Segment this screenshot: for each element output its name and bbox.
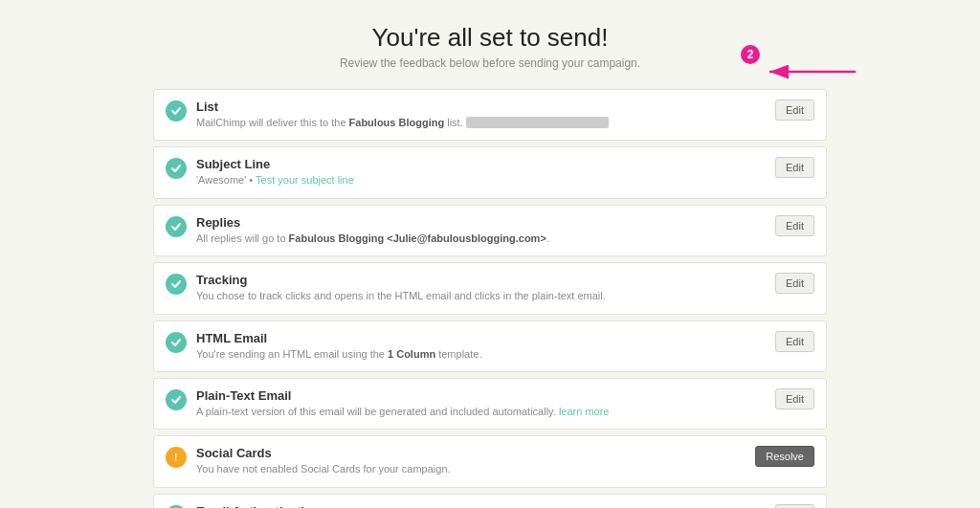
social-resolve-button[interactable]: Resolve xyxy=(755,446,814,467)
check-icon-tracking xyxy=(166,274,187,295)
replies-content: Replies All replies will go to Fabulous … xyxy=(196,215,764,246)
plaintext-title: Plain-Text Email xyxy=(196,388,764,403)
html-title: HTML Email xyxy=(196,331,764,345)
list-desc: MailChimp will deliver this to the Fabul… xyxy=(196,116,764,130)
tracking-edit-button[interactable]: Edit xyxy=(775,273,814,294)
subject-title: Subject Line xyxy=(196,157,764,171)
page-title: You're all set to send! xyxy=(153,23,827,53)
replies-title: Replies xyxy=(196,215,764,230)
social-desc: You have not enabled Social Cards for yo… xyxy=(196,462,744,476)
list-item-social: ! Social Cards You have not enabled Soci… xyxy=(153,435,827,487)
replies-desc: All replies will go to Fabulous Blogging… xyxy=(196,232,764,246)
list-title: List xyxy=(196,99,764,114)
auth-action[interactable]: Edit xyxy=(775,504,814,508)
social-action[interactable]: Resolve xyxy=(755,446,814,467)
plaintext-edit-button[interactable]: Edit xyxy=(775,388,814,409)
list-item-replies: Replies All replies will go to Fabulous … xyxy=(153,205,827,256)
check-icon-list xyxy=(166,100,187,121)
subject-content: Subject Line 'Awesome' • Test your subje… xyxy=(196,157,764,188)
html-content: HTML Email You're sending an HTML email … xyxy=(196,331,764,362)
page-wrapper: You're all set to send! Review the feedb… xyxy=(0,0,980,508)
html-action[interactable]: Edit xyxy=(775,331,814,352)
list-edit-button[interactable]: Edit xyxy=(775,99,814,121)
auth-content: Email Authentication Automatic email aut… xyxy=(196,504,764,508)
replies-edit-button[interactable]: Edit xyxy=(775,215,814,236)
html-desc: You're sending an HTML email using the 1… xyxy=(196,347,764,362)
page-header: You're all set to send! Review the feedb… xyxy=(153,23,827,70)
tracking-action[interactable]: Edit xyxy=(775,273,814,294)
list-item-plaintext: Plain-Text Email A plain-text version of… xyxy=(153,378,827,430)
list-item-auth: Email Authentication Automatic email aut… xyxy=(153,494,827,508)
check-icon-subject xyxy=(166,158,187,179)
list-item-tracking: Tracking You chose to track clicks and o… xyxy=(153,262,827,314)
learn-more-link[interactable]: learn more xyxy=(559,406,610,417)
list-action[interactable]: Edit xyxy=(775,99,814,121)
main-content: You're all set to send! Review the feedb… xyxy=(0,0,980,508)
subject-desc: 'Awesome' • Test your subject line xyxy=(196,173,764,188)
page-subtitle: Review the feedback below before sending… xyxy=(153,56,827,70)
list-content: List MailChimp will deliver this to the … xyxy=(196,99,764,130)
social-content: Social Cards You have not enabled Social… xyxy=(196,446,744,476)
check-icon-html xyxy=(166,332,187,353)
check-icon-plaintext xyxy=(166,389,187,410)
tracking-desc: You chose to track clicks and opens in t… xyxy=(196,289,764,303)
html-edit-button[interactable]: Edit xyxy=(775,331,814,352)
subject-action[interactable]: Edit xyxy=(775,157,814,178)
list-item-subject: Subject Line 'Awesome' • Test your subje… xyxy=(153,146,827,198)
subject-edit-button[interactable]: Edit xyxy=(775,157,814,178)
list-item-html-email: HTML Email You're sending an HTML email … xyxy=(153,320,827,372)
test-subject-link[interactable]: Test your subject line xyxy=(256,174,354,186)
list-item-list: List MailChimp will deliver this to the … xyxy=(153,89,827,141)
check-icon-social: ! xyxy=(166,447,187,468)
svg-text:!: ! xyxy=(174,453,177,463)
plaintext-desc: A plain-text version of this email will … xyxy=(196,405,764,419)
plaintext-content: Plain-Text Email A plain-text version of… xyxy=(196,388,764,419)
social-title: Social Cards xyxy=(196,446,744,460)
check-icon-replies xyxy=(166,216,187,237)
auth-edit-button[interactable]: Edit xyxy=(775,504,814,508)
tracking-title: Tracking xyxy=(196,273,764,287)
replies-action[interactable]: Edit xyxy=(775,215,814,236)
plaintext-action[interactable]: Edit xyxy=(775,388,814,409)
tracking-content: Tracking You chose to track clicks and o… xyxy=(196,273,764,303)
auth-title: Email Authentication xyxy=(196,504,764,508)
